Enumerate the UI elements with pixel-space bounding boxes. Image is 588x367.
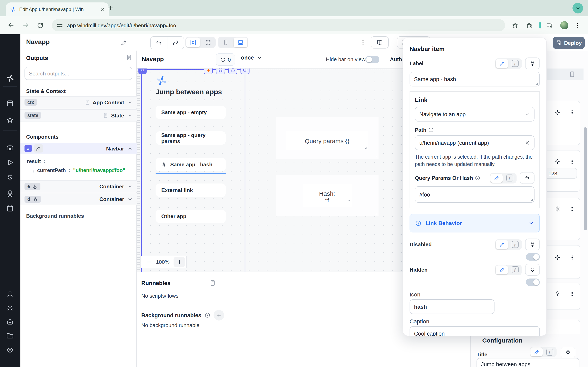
resize-corner-icon[interactable] — [362, 144, 367, 149]
hide-bar-toggle[interactable] — [365, 56, 379, 63]
move-handle[interactable] — [241, 68, 250, 74]
address-bar[interactable]: app.windmill.dev/apps/edit/u/henri/navap… — [52, 19, 505, 31]
bookmark-star-icon[interactable] — [512, 22, 519, 29]
sidebar-item-home[interactable] — [6, 143, 14, 151]
undo-button[interactable] — [151, 37, 167, 49]
static-mode-button[interactable] — [530, 347, 543, 356]
forward-icon[interactable] — [22, 22, 29, 29]
add-background-runnable-button[interactable] — [214, 310, 224, 320]
gear-icon[interactable] — [554, 109, 561, 115]
grip-icon[interactable] — [569, 159, 575, 165]
gear-icon[interactable] — [554, 291, 561, 297]
zoom-in-button[interactable] — [173, 257, 185, 267]
tab-close-icon[interactable] — [100, 7, 104, 12]
sidebar-item-resources[interactable] — [6, 190, 14, 197]
container-d-row[interactable]: d Container — [20, 193, 137, 205]
static-mode-button[interactable] — [496, 240, 508, 249]
expression-mode-button[interactable]: ƒ — [503, 174, 516, 183]
hash-container[interactable]: Hash: "f — [276, 175, 379, 216]
path-input[interactable] — [415, 135, 535, 150]
anchor-handle[interactable] — [228, 68, 237, 74]
grip-icon[interactable] — [569, 291, 575, 297]
reload-icon[interactable] — [37, 22, 44, 29]
search-outputs-input[interactable] — [25, 67, 132, 80]
link-behavior-collapsible[interactable]: Link Behavior — [410, 214, 540, 233]
full-width-button[interactable] — [201, 38, 215, 47]
navbar-component-row[interactable]: a Navbar — [20, 143, 137, 154]
connect-input-button[interactable] — [520, 172, 535, 184]
deploy-button[interactable]: Deploy — [553, 37, 585, 49]
site-settings-icon[interactable] — [57, 22, 63, 28]
caption-input[interactable] — [410, 326, 540, 336]
container-e-row[interactable]: e Container — [20, 180, 137, 192]
redo-button[interactable] — [167, 37, 184, 49]
sidebar-item-users[interactable] — [6, 290, 14, 298]
resize-corner-icon[interactable] — [346, 197, 351, 201]
navbar-component[interactable]: a Jump between apps Same app - empty Sam… — [141, 69, 245, 272]
extensions-icon[interactable] — [526, 22, 533, 29]
editor-menu-icon[interactable] — [360, 39, 366, 46]
textarea-resize-icon[interactable] — [529, 197, 533, 202]
browser-menu-icon[interactable] — [574, 22, 581, 29]
expression-mode-button[interactable]: ƒ — [509, 266, 521, 275]
component-selection-badge[interactable]: a — [138, 68, 147, 74]
browser-avatar[interactable] — [560, 21, 568, 29]
nav-item-query-params[interactable]: Same app - query params — [156, 131, 226, 145]
resize-corner-icon[interactable] — [373, 210, 378, 215]
chevron-down-icon[interactable] — [127, 184, 133, 189]
connect-input-button[interactable] — [561, 347, 575, 359]
sidebar-item-runs[interactable] — [6, 159, 14, 166]
run-mode-dropdown[interactable]: once — [241, 55, 262, 61]
link-type-select[interactable]: Navigate to an app — [415, 107, 535, 122]
mobile-preview-button[interactable] — [219, 38, 233, 47]
sidebar-item-audit-logs[interactable] — [6, 346, 14, 354]
sidebar-item-workers[interactable] — [6, 318, 14, 326]
fullscreen-handle[interactable] — [216, 68, 225, 74]
static-mode-button[interactable] — [496, 266, 508, 275]
grip-icon[interactable] — [569, 206, 575, 212]
sidebar-item-folders[interactable] — [6, 332, 14, 340]
gear-icon[interactable] — [554, 254, 561, 261]
textarea-resize-icon[interactable] — [534, 81, 539, 85]
sidebar-item-variables[interactable] — [6, 174, 14, 182]
connect-input-button[interactable] — [525, 264, 540, 276]
resize-corner-icon[interactable] — [373, 153, 378, 158]
disabled-toggle[interactable] — [526, 253, 540, 261]
desktop-preview-button[interactable] — [233, 38, 247, 47]
expand-down-handle[interactable] — [204, 68, 213, 74]
docs-button[interactable] — [371, 36, 389, 49]
expression-mode-button[interactable]: ƒ — [509, 59, 521, 68]
expression-mode-button[interactable]: ƒ — [509, 240, 521, 249]
edit-component-button[interactable] — [34, 144, 43, 152]
doc-icon[interactable] — [569, 71, 575, 77]
state-row[interactable]: state State — [20, 109, 137, 122]
doc-icon[interactable] — [126, 54, 132, 61]
component-result-tree[interactable]: result : currentPath : "u/henri/navapp#f… — [27, 157, 125, 173]
nav-item-hash-active[interactable]: Same app - hash — [156, 158, 226, 171]
hash-text-box[interactable]: Hash: "f — [303, 184, 352, 207]
label-input[interactable] — [410, 72, 540, 86]
connect-input-button[interactable] — [525, 58, 540, 69]
ctx-row[interactable]: ctx App Context — [20, 96, 137, 108]
query-params-container[interactable]: Query params {} — [276, 117, 379, 159]
grip-icon[interactable] — [569, 254, 575, 261]
centered-layout-button[interactable] — [186, 38, 200, 47]
gear-icon[interactable] — [554, 206, 561, 212]
sidebar-item-apps[interactable] — [6, 100, 14, 107]
sidebar-item-settings[interactable] — [6, 304, 14, 312]
refresh-count-button[interactable]: 0 — [216, 53, 235, 66]
zoom-out-icon[interactable] — [146, 259, 152, 265]
hidden-toggle[interactable] — [526, 279, 540, 286]
rename-app-pencil-icon[interactable] — [121, 40, 127, 46]
grip-icon[interactable] — [569, 109, 575, 115]
chevron-down-icon[interactable] — [127, 100, 133, 105]
icon-input[interactable] — [410, 300, 494, 314]
clear-path-icon[interactable] — [525, 140, 530, 145]
gear-icon[interactable] — [554, 159, 561, 165]
sidebar-item-favorites[interactable] — [6, 116, 14, 124]
query-params-text-box[interactable]: Query params {} — [286, 131, 368, 150]
expression-mode-button[interactable]: ƒ — [544, 347, 556, 356]
nav-item-empty[interactable]: Same app - empty — [156, 106, 226, 119]
static-mode-button[interactable] — [496, 59, 508, 68]
browser-tab[interactable]: Edit App u/henri/navapp | Win — [6, 2, 109, 16]
